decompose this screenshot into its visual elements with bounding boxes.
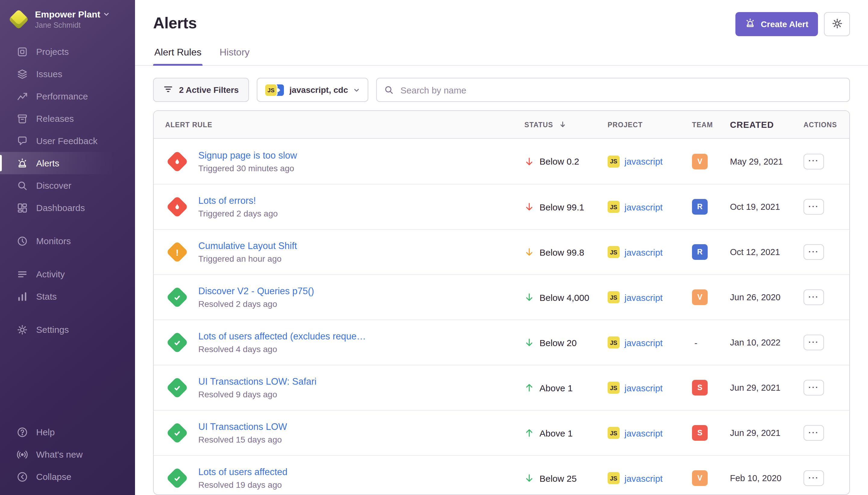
status-below-arrow-icon	[524, 202, 534, 211]
alert-settings-button[interactable]	[824, 12, 850, 36]
column-header-actions: Actions	[797, 121, 849, 128]
team-cell: R	[692, 199, 730, 215]
discover-icon	[17, 180, 28, 191]
project-cell: JS javascript	[608, 337, 692, 348]
sidebar-item-label: Dashboards	[36, 203, 85, 213]
sidebar-footer: HelpWhat's newCollapse	[0, 421, 135, 495]
project-link[interactable]: javascript	[624, 337, 663, 347]
alerts-icon	[17, 158, 28, 169]
alert-rule-link[interactable]: UI Transactions LOW	[198, 422, 287, 432]
create-alert-button[interactable]: Create Alert	[735, 12, 818, 36]
sidebar-item-monitors[interactable]: Monitors	[0, 230, 135, 252]
project-badges: JS	[265, 84, 284, 96]
active-filters-button[interactable]: 2 Active Filters	[153, 78, 249, 102]
alert-rule-link[interactable]: Lots of users affected (excludes reque…	[198, 331, 366, 342]
tab-history[interactable]: History	[219, 46, 251, 65]
sidebar-item-releases[interactable]: Releases	[0, 107, 135, 130]
status-value: Above 1	[539, 428, 573, 438]
status-cell: Below 25	[524, 473, 608, 483]
create-alert-label: Create Alert	[761, 19, 808, 29]
project-link[interactable]: javascript	[624, 202, 663, 212]
team-avatar[interactable]: R	[692, 244, 708, 260]
row-actions-button[interactable]: ···	[803, 289, 824, 305]
column-header-alert-rule: Alert Rule	[154, 121, 524, 128]
row-actions-button[interactable]: ···	[803, 335, 824, 350]
row-actions-button[interactable]: ···	[803, 470, 824, 486]
sidebar-item-label: Performance	[36, 91, 88, 101]
created-date: Jun 29, 2021	[730, 428, 797, 438]
team-cell: V	[692, 470, 730, 486]
alert-rule-link[interactable]: Lots of errors!	[198, 195, 278, 206]
team-avatar[interactable]: V	[692, 153, 708, 169]
actions-cell: ···	[797, 244, 849, 260]
project-link[interactable]: javascript	[624, 292, 663, 302]
alert-rule-link[interactable]: Signup page is too slow	[198, 150, 297, 161]
sidebar-item-help[interactable]: Help	[0, 421, 135, 443]
alert-rule-row: ! Cumulative Layout Shift Triggered an h…	[154, 229, 849, 274]
status-value: Below 20	[539, 337, 576, 347]
project-cell: JS javascript	[608, 291, 692, 303]
sidebar-item-user-feedback[interactable]: User Feedback	[0, 130, 135, 152]
project-link[interactable]: javascript	[624, 382, 663, 393]
sidebar-item-activity[interactable]: Activity	[0, 263, 135, 285]
table-body: Signup page is too slow Triggered 30 min…	[154, 139, 849, 495]
search-input[interactable]	[377, 78, 850, 102]
project-link[interactable]: javascript	[624, 156, 663, 166]
sidebar-item-collapse[interactable]: Collapse	[0, 465, 135, 488]
actions-cell: ···	[797, 199, 849, 215]
status-cell: Above 1	[524, 428, 608, 438]
activity-icon	[17, 269, 28, 279]
project-link[interactable]: javascript	[624, 428, 663, 438]
tab-alert-rules[interactable]: Alert Rules	[153, 46, 203, 65]
team-avatar[interactable]: V	[692, 470, 708, 486]
org-logo-icon	[9, 10, 28, 29]
sidebar-item-performance[interactable]: Performance	[0, 85, 135, 107]
status-cell: Below 4,000	[524, 292, 608, 302]
org-switcher[interactable]: Empower Plant Jane Schmidt	[0, 0, 135, 37]
row-actions-button[interactable]: ···	[803, 199, 824, 215]
sidebar-item-alerts[interactable]: Alerts	[0, 152, 135, 174]
alert-rule-link[interactable]: UI Transactions LOW: Safari	[198, 376, 316, 387]
created-date: Oct 19, 2021	[730, 202, 797, 211]
alert-rule-row: Lots of users affected Resolved 19 days …	[154, 455, 849, 495]
sidebar: Empower Plant Jane Schmidt ProjectsIssue…	[0, 0, 135, 495]
project-link[interactable]: javascript	[624, 473, 663, 483]
project-filter-dropdown[interactable]: JS javascript, cdc	[257, 78, 369, 102]
alert-rule-link[interactable]: Lots of users affected	[198, 467, 288, 478]
created-date: Jun 26, 2020	[730, 292, 797, 302]
team-avatar[interactable]: V	[692, 289, 708, 305]
sidebar-item-label: Alerts	[36, 158, 59, 168]
page-header: Alerts Create Alert	[135, 0, 868, 36]
status-cell: Below 20	[524, 337, 608, 347]
project-link[interactable]: javascript	[624, 247, 663, 257]
collapse-icon	[17, 471, 28, 482]
javascript-platform-icon: JS	[608, 246, 620, 258]
alert-rule-link[interactable]: Discover V2 - Queries p75()	[198, 286, 314, 297]
row-actions-button[interactable]: ···	[803, 244, 824, 260]
sidebar-item-discover[interactable]: Discover	[0, 174, 135, 197]
status-value: Below 25	[539, 473, 576, 483]
status-above-arrow-icon	[524, 428, 534, 438]
gear-icon	[832, 18, 843, 31]
releases-icon	[17, 113, 28, 124]
team-avatar[interactable]: S	[692, 425, 708, 441]
team-avatar[interactable]: R	[692, 199, 708, 215]
javascript-platform-icon: JS	[608, 427, 620, 439]
sidebar-item-settings[interactable]: Settings	[0, 318, 135, 341]
project-cell: JS javascript	[608, 201, 692, 213]
sidebar-item-stats[interactable]: Stats	[0, 285, 135, 307]
sidebar-item-projects[interactable]: Projects	[0, 40, 135, 63]
project-cell: JS javascript	[608, 246, 692, 258]
settings-icon	[17, 324, 28, 335]
alert-rule-row: Lots of errors! Triggered 2 days ago Bel…	[154, 184, 849, 229]
row-actions-button[interactable]: ···	[803, 153, 824, 169]
sidebar-item-issues[interactable]: Issues	[0, 63, 135, 85]
sidebar-item-what-s-new[interactable]: What's new	[0, 443, 135, 465]
row-actions-button[interactable]: ···	[803, 425, 824, 441]
alert-rule-link[interactable]: Cumulative Layout Shift	[198, 241, 297, 252]
column-header-status[interactable]: Status	[524, 121, 608, 129]
page-title: Alerts	[153, 13, 197, 33]
row-actions-button[interactable]: ···	[803, 380, 824, 395]
sidebar-item-dashboards[interactable]: Dashboards	[0, 197, 135, 219]
team-avatar[interactable]: S	[692, 380, 708, 395]
